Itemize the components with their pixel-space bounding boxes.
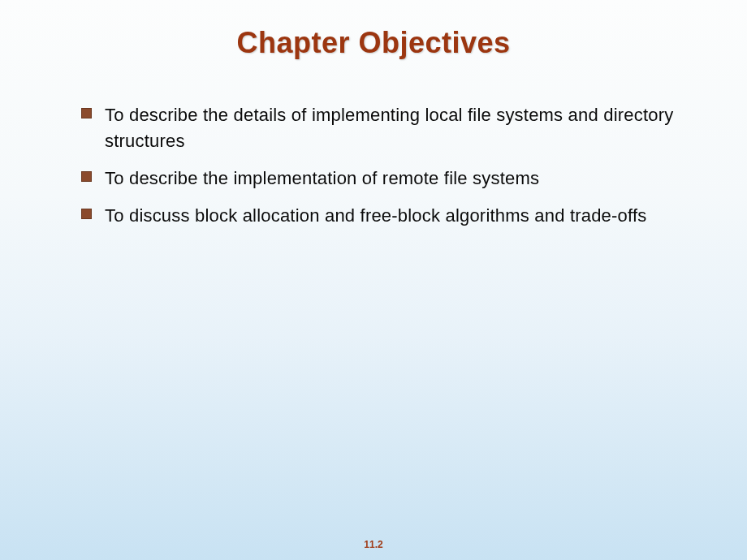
list-item: To describe the details of implementing … (81, 102, 674, 154)
slide-title: Chapter Objectives (0, 0, 747, 60)
bullet-square-icon (81, 171, 92, 182)
list-item: To discuss block allocation and free-blo… (81, 203, 674, 229)
list-item: To describe the implementation of remote… (81, 166, 674, 192)
content-area: To describe the details of implementing … (0, 60, 747, 229)
bullet-square-icon (81, 108, 92, 118)
page-number: 11.2 (364, 539, 382, 550)
bullet-text: To describe the details of implementing … (105, 102, 674, 154)
bullet-text: To describe the implementation of remote… (105, 166, 539, 192)
bullet-square-icon (81, 209, 92, 219)
bullet-text: To discuss block allocation and free-blo… (105, 203, 646, 229)
